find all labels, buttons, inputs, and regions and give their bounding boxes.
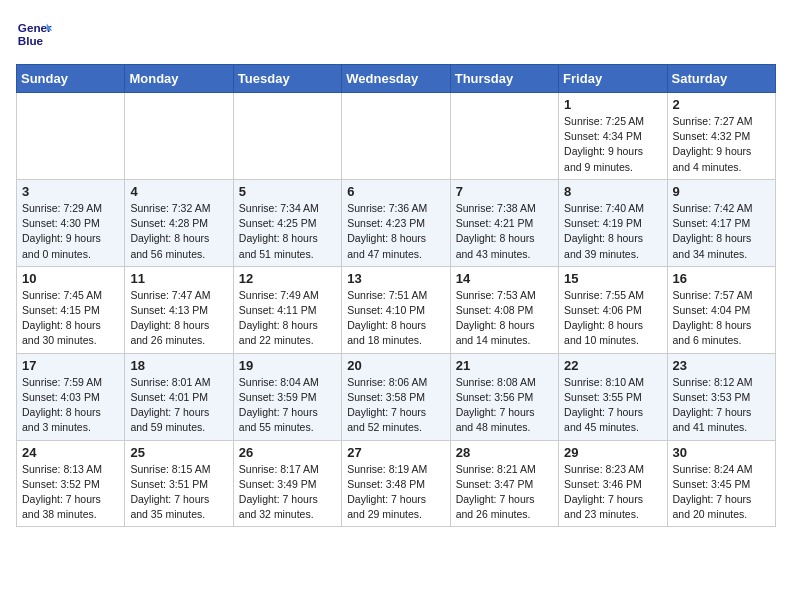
calendar-cell: 18Sunrise: 8:01 AM Sunset: 4:01 PM Dayli…: [125, 353, 233, 440]
day-info: Sunrise: 7:29 AM Sunset: 4:30 PM Dayligh…: [22, 201, 119, 262]
day-info: Sunrise: 8:10 AM Sunset: 3:55 PM Dayligh…: [564, 375, 661, 436]
weekday-header-saturday: Saturday: [667, 65, 775, 93]
day-info: Sunrise: 7:47 AM Sunset: 4:13 PM Dayligh…: [130, 288, 227, 349]
weekday-header-tuesday: Tuesday: [233, 65, 341, 93]
calendar-cell: [17, 93, 125, 180]
day-number: 7: [456, 184, 553, 199]
day-info: Sunrise: 8:06 AM Sunset: 3:58 PM Dayligh…: [347, 375, 444, 436]
calendar-cell: 8Sunrise: 7:40 AM Sunset: 4:19 PM Daylig…: [559, 179, 667, 266]
calendar-cell: 2Sunrise: 7:27 AM Sunset: 4:32 PM Daylig…: [667, 93, 775, 180]
day-number: 23: [673, 358, 770, 373]
day-number: 28: [456, 445, 553, 460]
calendar-cell: 28Sunrise: 8:21 AM Sunset: 3:47 PM Dayli…: [450, 440, 558, 527]
calendar-cell: 11Sunrise: 7:47 AM Sunset: 4:13 PM Dayli…: [125, 266, 233, 353]
calendar-cell: 5Sunrise: 7:34 AM Sunset: 4:25 PM Daylig…: [233, 179, 341, 266]
day-number: 15: [564, 271, 661, 286]
day-info: Sunrise: 7:51 AM Sunset: 4:10 PM Dayligh…: [347, 288, 444, 349]
day-number: 21: [456, 358, 553, 373]
calendar-cell: [233, 93, 341, 180]
calendar-cell: 19Sunrise: 8:04 AM Sunset: 3:59 PM Dayli…: [233, 353, 341, 440]
day-info: Sunrise: 8:01 AM Sunset: 4:01 PM Dayligh…: [130, 375, 227, 436]
weekday-header-thursday: Thursday: [450, 65, 558, 93]
day-number: 17: [22, 358, 119, 373]
weekday-header-friday: Friday: [559, 65, 667, 93]
logo-icon: General Blue: [16, 16, 52, 52]
day-number: 20: [347, 358, 444, 373]
day-number: 24: [22, 445, 119, 460]
calendar-cell: 4Sunrise: 7:32 AM Sunset: 4:28 PM Daylig…: [125, 179, 233, 266]
calendar-cell: 21Sunrise: 8:08 AM Sunset: 3:56 PM Dayli…: [450, 353, 558, 440]
day-info: Sunrise: 7:57 AM Sunset: 4:04 PM Dayligh…: [673, 288, 770, 349]
day-number: 26: [239, 445, 336, 460]
day-info: Sunrise: 7:36 AM Sunset: 4:23 PM Dayligh…: [347, 201, 444, 262]
calendar-cell: 9Sunrise: 7:42 AM Sunset: 4:17 PM Daylig…: [667, 179, 775, 266]
day-info: Sunrise: 8:19 AM Sunset: 3:48 PM Dayligh…: [347, 462, 444, 523]
calendar-week-row: 24Sunrise: 8:13 AM Sunset: 3:52 PM Dayli…: [17, 440, 776, 527]
day-number: 11: [130, 271, 227, 286]
svg-text:Blue: Blue: [18, 34, 44, 47]
day-number: 14: [456, 271, 553, 286]
day-info: Sunrise: 7:42 AM Sunset: 4:17 PM Dayligh…: [673, 201, 770, 262]
calendar-cell: 14Sunrise: 7:53 AM Sunset: 4:08 PM Dayli…: [450, 266, 558, 353]
day-info: Sunrise: 8:13 AM Sunset: 3:52 PM Dayligh…: [22, 462, 119, 523]
calendar-cell: 16Sunrise: 7:57 AM Sunset: 4:04 PM Dayli…: [667, 266, 775, 353]
calendar-cell: 24Sunrise: 8:13 AM Sunset: 3:52 PM Dayli…: [17, 440, 125, 527]
day-info: Sunrise: 7:59 AM Sunset: 4:03 PM Dayligh…: [22, 375, 119, 436]
day-info: Sunrise: 7:55 AM Sunset: 4:06 PM Dayligh…: [564, 288, 661, 349]
calendar-cell: 25Sunrise: 8:15 AM Sunset: 3:51 PM Dayli…: [125, 440, 233, 527]
day-number: 5: [239, 184, 336, 199]
calendar-cell: 12Sunrise: 7:49 AM Sunset: 4:11 PM Dayli…: [233, 266, 341, 353]
logo: General Blue: [16, 16, 58, 52]
calendar-cell: 30Sunrise: 8:24 AM Sunset: 3:45 PM Dayli…: [667, 440, 775, 527]
day-number: 22: [564, 358, 661, 373]
day-info: Sunrise: 8:24 AM Sunset: 3:45 PM Dayligh…: [673, 462, 770, 523]
day-number: 13: [347, 271, 444, 286]
calendar-cell: [125, 93, 233, 180]
day-info: Sunrise: 7:53 AM Sunset: 4:08 PM Dayligh…: [456, 288, 553, 349]
day-number: 1: [564, 97, 661, 112]
day-info: Sunrise: 8:21 AM Sunset: 3:47 PM Dayligh…: [456, 462, 553, 523]
day-info: Sunrise: 7:25 AM Sunset: 4:34 PM Dayligh…: [564, 114, 661, 175]
day-info: Sunrise: 8:17 AM Sunset: 3:49 PM Dayligh…: [239, 462, 336, 523]
day-number: 30: [673, 445, 770, 460]
day-info: Sunrise: 7:32 AM Sunset: 4:28 PM Dayligh…: [130, 201, 227, 262]
day-info: Sunrise: 7:34 AM Sunset: 4:25 PM Dayligh…: [239, 201, 336, 262]
weekday-header-wednesday: Wednesday: [342, 65, 450, 93]
day-number: 2: [673, 97, 770, 112]
day-number: 12: [239, 271, 336, 286]
day-info: Sunrise: 7:45 AM Sunset: 4:15 PM Dayligh…: [22, 288, 119, 349]
calendar-week-row: 1Sunrise: 7:25 AM Sunset: 4:34 PM Daylig…: [17, 93, 776, 180]
calendar-cell: 27Sunrise: 8:19 AM Sunset: 3:48 PM Dayli…: [342, 440, 450, 527]
day-info: Sunrise: 8:04 AM Sunset: 3:59 PM Dayligh…: [239, 375, 336, 436]
calendar-cell: 23Sunrise: 8:12 AM Sunset: 3:53 PM Dayli…: [667, 353, 775, 440]
calendar-cell: 10Sunrise: 7:45 AM Sunset: 4:15 PM Dayli…: [17, 266, 125, 353]
calendar-cell: 6Sunrise: 7:36 AM Sunset: 4:23 PM Daylig…: [342, 179, 450, 266]
day-number: 25: [130, 445, 227, 460]
day-number: 16: [673, 271, 770, 286]
day-number: 19: [239, 358, 336, 373]
day-number: 6: [347, 184, 444, 199]
calendar-cell: 1Sunrise: 7:25 AM Sunset: 4:34 PM Daylig…: [559, 93, 667, 180]
day-info: Sunrise: 7:49 AM Sunset: 4:11 PM Dayligh…: [239, 288, 336, 349]
calendar-week-row: 17Sunrise: 7:59 AM Sunset: 4:03 PM Dayli…: [17, 353, 776, 440]
day-info: Sunrise: 7:40 AM Sunset: 4:19 PM Dayligh…: [564, 201, 661, 262]
calendar-cell: 26Sunrise: 8:17 AM Sunset: 3:49 PM Dayli…: [233, 440, 341, 527]
calendar-cell: 20Sunrise: 8:06 AM Sunset: 3:58 PM Dayli…: [342, 353, 450, 440]
day-number: 9: [673, 184, 770, 199]
calendar-week-row: 10Sunrise: 7:45 AM Sunset: 4:15 PM Dayli…: [17, 266, 776, 353]
day-number: 3: [22, 184, 119, 199]
calendar-cell: [450, 93, 558, 180]
day-info: Sunrise: 7:27 AM Sunset: 4:32 PM Dayligh…: [673, 114, 770, 175]
calendar-cell: 3Sunrise: 7:29 AM Sunset: 4:30 PM Daylig…: [17, 179, 125, 266]
day-info: Sunrise: 7:38 AM Sunset: 4:21 PM Dayligh…: [456, 201, 553, 262]
weekday-header-row: SundayMondayTuesdayWednesdayThursdayFrid…: [17, 65, 776, 93]
day-number: 18: [130, 358, 227, 373]
calendar-cell: [342, 93, 450, 180]
calendar-cell: 7Sunrise: 7:38 AM Sunset: 4:21 PM Daylig…: [450, 179, 558, 266]
calendar-cell: 29Sunrise: 8:23 AM Sunset: 3:46 PM Dayli…: [559, 440, 667, 527]
day-number: 10: [22, 271, 119, 286]
day-info: Sunrise: 8:12 AM Sunset: 3:53 PM Dayligh…: [673, 375, 770, 436]
calendar-cell: 22Sunrise: 8:10 AM Sunset: 3:55 PM Dayli…: [559, 353, 667, 440]
weekday-header-monday: Monday: [125, 65, 233, 93]
calendar-cell: 13Sunrise: 7:51 AM Sunset: 4:10 PM Dayli…: [342, 266, 450, 353]
